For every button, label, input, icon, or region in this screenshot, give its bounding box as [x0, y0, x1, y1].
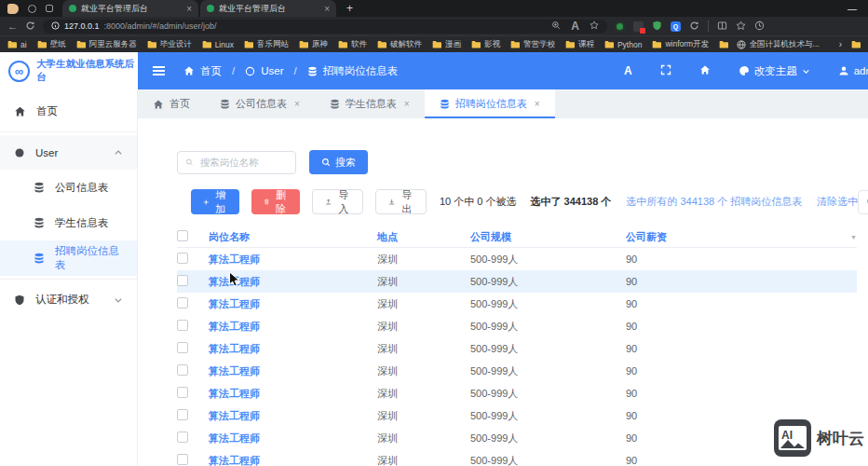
fullscreen-icon[interactable]: [660, 64, 671, 77]
bookmark-folder[interactable]: ai: [7, 40, 27, 49]
sidebar-group-user[interactable]: User: [0, 135, 137, 170]
clear-selection-link[interactable]: 清除选中: [817, 195, 858, 209]
tab-close-icon[interactable]: ×: [186, 4, 192, 14]
bookmark-site[interactable]: 全国计算机技术与...: [737, 39, 820, 50]
menu-toggle-icon[interactable]: [153, 66, 165, 75]
sidebar-item-company-table[interactable]: 公司信息表: [0, 170, 137, 205]
reader-font-icon[interactable]: A: [571, 20, 579, 33]
row-checkbox[interactable]: [177, 275, 188, 286]
bookmark-folder[interactable]: 课程: [565, 39, 594, 50]
home-shortcut-icon[interactable]: [699, 64, 711, 77]
browser-tab-2[interactable]: 就业平台管理后台 ×: [200, 0, 336, 17]
job-name-link[interactable]: 算法工程师: [209, 410, 260, 421]
bookmark-folder[interactable]: winform开发: [652, 39, 709, 50]
bookmark-folder[interactable]: 音乐网站: [244, 39, 289, 50]
job-name-link[interactable]: 算法工程师: [209, 455, 260, 466]
job-name-link[interactable]: 算法工程师: [209, 343, 260, 354]
column-scale[interactable]: 公司规模: [470, 230, 626, 244]
bookmark-folder[interactable]: .net: [719, 40, 730, 49]
tab-close-icon[interactable]: ×: [324, 4, 330, 14]
window-minimize-button[interactable]: —: [836, 4, 868, 14]
extension-icon-2[interactable]: [633, 21, 644, 32]
bookmark-folder[interactable]: 软件: [338, 39, 367, 50]
row-checkbox[interactable]: [177, 387, 188, 398]
bookmark-folder[interactable]: 壁纸: [37, 39, 66, 50]
language-icon[interactable]: A: [624, 64, 632, 77]
split-screen-icon[interactable]: [717, 18, 727, 34]
breadcrumb-home[interactable]: 首页: [200, 64, 222, 78]
sidebar-item-home[interactable]: 首页: [0, 94, 137, 129]
column-job-name[interactable]: 岗位名称: [209, 230, 377, 244]
bookmark-folder[interactable]: Python: [604, 40, 642, 49]
favorites-icon[interactable]: [736, 18, 746, 34]
table-search-icon[interactable]: [858, 190, 868, 214]
sidebar-group-auth[interactable]: 认证和授权: [0, 282, 137, 317]
row-checkbox[interactable]: [177, 342, 188, 353]
job-name-link[interactable]: 算法工程师: [209, 321, 260, 332]
folder-icon[interactable]: [851, 40, 861, 48]
site-info-icon[interactable]: [51, 21, 60, 32]
row-checkbox[interactable]: [177, 253, 188, 264]
row-checkbox[interactable]: [177, 320, 188, 331]
folder-icon: [652, 40, 661, 48]
job-name-link[interactable]: 算法工程师: [209, 365, 260, 377]
row-checkbox[interactable]: [177, 297, 188, 308]
shield-extension-icon[interactable]: [652, 18, 662, 34]
tab-close-icon[interactable]: ×: [404, 99, 410, 109]
bookmark-folder[interactable]: Linux: [202, 40, 234, 49]
page-tab-home[interactable]: 首页: [138, 89, 205, 118]
user-menu[interactable]: admin: [838, 65, 868, 76]
page-tab-company[interactable]: 公司信息表 ×: [205, 89, 315, 118]
bookmark-folder[interactable]: 影视: [471, 39, 500, 50]
browser-logo-icon[interactable]: [7, 4, 19, 14]
back-icon[interactable]: ←: [7, 21, 18, 32]
export-button[interactable]: 导出: [375, 189, 427, 214]
sidebar-item-job-table[interactable]: 招聘岗位信息表: [0, 240, 137, 276]
job-name-link[interactable]: 算法工程师: [209, 432, 260, 444]
column-options-icon[interactable]: ▼: [850, 234, 857, 240]
sync-icon[interactable]: [689, 18, 699, 34]
import-button[interactable]: 导入: [312, 189, 363, 214]
job-name-link[interactable]: 算法工程师: [209, 254, 260, 265]
tab-close-icon[interactable]: ×: [294, 99, 300, 109]
job-name-link[interactable]: 算法工程师: [209, 276, 260, 287]
bookmark-folder[interactable]: 警营学校: [510, 39, 555, 50]
row-checkbox[interactable]: [177, 454, 188, 465]
new-tab-button[interactable]: +: [346, 2, 353, 15]
bookmark-folder[interactable]: 阿里云服务器: [76, 39, 137, 50]
select-all-link[interactable]: 选中所有的 344138 个 招聘岗位信息表: [626, 195, 802, 209]
row-checkbox[interactable]: [177, 432, 188, 443]
history-icon[interactable]: [754, 18, 765, 34]
zoom-icon[interactable]: [551, 21, 561, 32]
job-name-link[interactable]: 算法工程师: [209, 298, 260, 309]
column-salary[interactable]: 公司薪资: [626, 230, 831, 244]
address-bar[interactable]: 127.0.0.1:8000/admin/#/admin/user/job/ A: [43, 20, 607, 34]
bookmark-folder[interactable]: 破解软件: [377, 39, 422, 50]
add-button[interactable]: 增加: [191, 189, 239, 214]
bookmark-folder[interactable]: 原神: [299, 39, 328, 50]
bookmark-folder[interactable]: 毕业设计: [147, 39, 192, 50]
job-name-link[interactable]: 算法工程师: [209, 388, 260, 399]
row-checkbox[interactable]: [177, 409, 188, 420]
page-tab-job[interactable]: 招聘岗位信息表 ×: [425, 89, 555, 118]
extension-icon-1[interactable]: [615, 21, 625, 32]
search-input[interactable]: [198, 156, 288, 169]
row-checkbox[interactable]: [177, 364, 188, 376]
bookmark-folder[interactable]: 漫画: [432, 39, 461, 50]
theme-switcher[interactable]: 改变主题: [739, 64, 810, 78]
bookmark-star-icon[interactable]: [590, 21, 599, 32]
extension-icon-q[interactable]: Q: [671, 21, 681, 32]
browser-tab-1[interactable]: 就业平台管理后台 ×: [62, 0, 198, 17]
breadcrumb-section[interactable]: User: [261, 65, 283, 76]
tab-close-icon[interactable]: ×: [535, 99, 540, 109]
workspaces-icon[interactable]: [28, 5, 36, 13]
bookmarks-overflow-icon[interactable]: ›: [839, 39, 842, 49]
sidebar-item-student-table[interactable]: 学生信息表: [0, 205, 137, 240]
select-all-checkbox[interactable]: [177, 230, 188, 241]
delete-button[interactable]: 删除: [251, 189, 300, 214]
column-location[interactable]: 地点: [377, 230, 470, 244]
tab-search-icon[interactable]: [46, 5, 53, 12]
refresh-icon[interactable]: [25, 21, 35, 33]
page-tab-student[interactable]: 学生信息表 ×: [315, 89, 425, 118]
search-button[interactable]: 搜索: [309, 150, 368, 174]
